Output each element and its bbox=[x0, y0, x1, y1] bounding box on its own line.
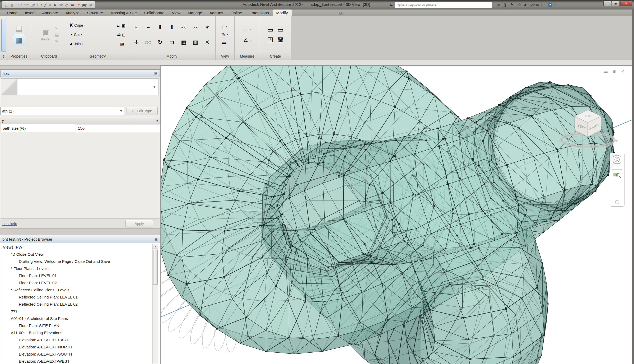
measure-icon[interactable]: ⊢▾ bbox=[36, 3, 43, 7]
minimize-button[interactable]: ▁ bbox=[603, 1, 611, 6]
tree-item[interactable]: Reflected Ceiling Plan: LEVEL 01 bbox=[0, 293, 151, 301]
tab-extensions[interactable]: Extensions bbox=[246, 10, 272, 16]
mirror-axis-icon[interactable]: ‖ bbox=[159, 25, 161, 30]
match-type-icon[interactable]: ✎ bbox=[55, 39, 59, 43]
tree-item[interactable]: Views (PW) bbox=[0, 244, 151, 251]
linework-icon[interactable]: ✎▾ bbox=[222, 32, 228, 38]
array-icon[interactable]: ▦ bbox=[181, 39, 186, 45]
maximize-button[interactable]: ▣ bbox=[612, 1, 620, 6]
align-icon[interactable]: ⊾ bbox=[134, 25, 139, 30]
tab-massing-site[interactable]: Massing & Site bbox=[107, 10, 141, 16]
help-icon[interactable]: ? bbox=[548, 3, 552, 7]
close-button[interactable]: ✕ bbox=[620, 1, 632, 6]
tab-manage[interactable]: Manage bbox=[184, 10, 206, 16]
tab-modify[interactable]: Modify bbox=[273, 10, 292, 16]
trim-corner-icon[interactable]: ⊐ bbox=[170, 39, 174, 45]
default-3d-view-icon[interactable]: ◇ bbox=[64, 3, 69, 7]
apply-button[interactable]: Apply bbox=[125, 220, 153, 227]
type-selector-dropdown-icon[interactable]: ▼ bbox=[153, 85, 156, 88]
tab-online[interactable]: Online bbox=[227, 10, 246, 16]
ribbon-display-toggle[interactable]: ▢ ▪ bbox=[337, 10, 346, 16]
tree-item[interactable]: A01-01 - Architectural Site Plans bbox=[0, 315, 151, 322]
open-icon[interactable]: ▢ bbox=[4, 3, 10, 7]
view-cube[interactable]: TOP LEFT FRONT bbox=[557, 106, 620, 151]
infocenter-collapse-icon[interactable]: ▶ bbox=[390, 3, 393, 7]
tag-icon[interactable]: ⊕▾ bbox=[58, 3, 64, 7]
tab-add-ins[interactable]: Add-Ins bbox=[206, 10, 227, 16]
split-icon[interactable]: ∘∘ bbox=[192, 25, 199, 30]
properties-palette-header[interactable]: ties ▣ bbox=[0, 69, 160, 77]
palette-menu-icon[interactable]: ▣ bbox=[155, 237, 158, 241]
aligned-dimension-icon[interactable]: ∡▾ bbox=[243, 37, 251, 44]
tab-structure[interactable]: Structure bbox=[83, 10, 107, 16]
save-icon[interactable]: ◫ bbox=[10, 3, 16, 7]
sign-in-dropdown-icon[interactable]: ▾ bbox=[541, 4, 542, 6]
paste-button[interactable]: ▣ Paste▾ bbox=[39, 27, 53, 42]
scale-icon[interactable]: ▥ bbox=[193, 39, 198, 45]
sync-icon[interactable]: ⟳ bbox=[76, 3, 81, 7]
tab-collaborate[interactable]: Collaborate bbox=[141, 10, 168, 16]
tree-item[interactable]: Floor Plan: LEVEL 02 bbox=[0, 279, 151, 286]
favorites-icon[interactable]: ☆ bbox=[518, 3, 521, 7]
properties-help-link[interactable]: ties help bbox=[2, 221, 17, 226]
tree-item[interactable]: Reflected Ceiling Plan: LEVEL 02 bbox=[0, 301, 151, 308]
cut-to-clipboard-icon[interactable]: ✂ bbox=[55, 26, 59, 30]
scrollbar-thumb[interactable] bbox=[153, 250, 158, 285]
zoom-dropdown-icon[interactable]: ▾ bbox=[617, 180, 618, 182]
navbar-options-icon[interactable] bbox=[614, 199, 620, 205]
spot-elevation-icon[interactable]: ⌖ bbox=[48, 3, 52, 7]
communication-center-icon[interactable]: ⚑ bbox=[510, 3, 514, 7]
tree-item[interactable]: ??? bbox=[0, 308, 151, 315]
modify-select-button[interactable] bbox=[1, 19, 6, 52]
subscription-center-icon[interactable]: § bbox=[504, 3, 506, 7]
instance-filter-combo[interactable]: ath (1) ▼ bbox=[0, 107, 124, 115]
mirror-pick-icon[interactable]: ‖ bbox=[171, 25, 173, 30]
project-browser-header[interactable]: pnt test.rvt - Project Browser ▣ bbox=[0, 235, 160, 243]
tab-home[interactable]: Home bbox=[3, 10, 21, 16]
delete-icon[interactable]: ✕ bbox=[205, 39, 210, 45]
tree-item[interactable]: *D Close Out View bbox=[0, 251, 151, 258]
undo-icon[interactable]: ↶▾ bbox=[16, 3, 22, 7]
tree-item[interactable]: Drafting View: Welcome Page / Close Out … bbox=[0, 258, 151, 265]
similar-icon[interactable]: ◳ bbox=[267, 36, 273, 43]
tree-item[interactable]: * Reflected Ceiling Plans - Levels bbox=[0, 286, 151, 293]
steering-wheel-icon[interactable] bbox=[613, 155, 622, 164]
customize-qat-icon[interactable]: ▪▾ bbox=[88, 3, 93, 7]
properties-button[interactable]: ▤ ▦ bbox=[13, 23, 25, 46]
trim-extend-icon[interactable]: ∘∘ bbox=[180, 25, 187, 30]
group-icon[interactable]: ▭ bbox=[278, 26, 284, 34]
tree-item[interactable]: Floor Plan: SITE PLAN bbox=[0, 322, 151, 329]
tab-annotate[interactable]: Annotate bbox=[39, 10, 62, 16]
visibility-icon[interactable]: ◌▾ bbox=[222, 24, 228, 30]
help-dropdown-icon[interactable]: ▾ bbox=[554, 4, 556, 6]
tree-item[interactable]: Elevation: A-ELV-EXT-NORTH bbox=[0, 343, 151, 351]
group-expand-icon[interactable]: ∗ bbox=[156, 119, 159, 123]
move-icon[interactable]: ✛ bbox=[134, 39, 139, 45]
search-icon[interactable]: ∞ bbox=[497, 3, 500, 7]
print-icon[interactable]: ⊞▾ bbox=[30, 3, 36, 7]
sign-in-button[interactable]: ♟ Sign In bbox=[523, 3, 539, 7]
tab-insert[interactable]: Insert bbox=[21, 10, 39, 16]
tree-item[interactable]: * Floor Plans - Levels bbox=[0, 265, 151, 272]
zoom-icon[interactable] bbox=[613, 171, 621, 179]
tree-item[interactable]: Elevation: A-ELV-EXT-SOUTH bbox=[0, 351, 151, 358]
switch-windows-icon[interactable]: ▣▾ bbox=[81, 3, 88, 7]
measure-distance-icon[interactable]: ↔▾ bbox=[243, 26, 251, 32]
copy-icon[interactable]: ◌◌ bbox=[145, 39, 152, 45]
text-icon[interactable]: A bbox=[53, 3, 57, 7]
edit-type-button[interactable]: ⊞ Edit Type bbox=[127, 107, 158, 115]
tab-analyze[interactable]: Analyze bbox=[62, 10, 83, 16]
tab-view[interactable]: View bbox=[168, 10, 184, 16]
cut-profile-icon[interactable]: ▬ bbox=[222, 40, 228, 45]
tree-item[interactable]: Elevation: A-ELV-EXT-WEST bbox=[0, 358, 151, 364]
rotate-icon[interactable]: ↻ bbox=[158, 39, 162, 45]
parameter-value-input[interactable] bbox=[76, 124, 160, 132]
cope-button[interactable]: K Cope ▾ ▱ ▣ bbox=[70, 22, 125, 29]
tree-item[interactable]: Floor Plan: LEVEL 01 bbox=[0, 272, 151, 279]
cut-button[interactable]: ◔ Cut ▾ ⇄ ◻ bbox=[70, 31, 125, 38]
wheel-dropdown-icon[interactable]: ▾ bbox=[617, 165, 618, 167]
pin-icon[interactable]: ✶ bbox=[205, 25, 210, 30]
tree-item[interactable]: A11-00s - Building Elevations bbox=[0, 329, 151, 336]
view-minimize-icon[interactable]: ▬ bbox=[602, 68, 609, 74]
redo-icon[interactable]: ↷▾ bbox=[23, 3, 29, 7]
